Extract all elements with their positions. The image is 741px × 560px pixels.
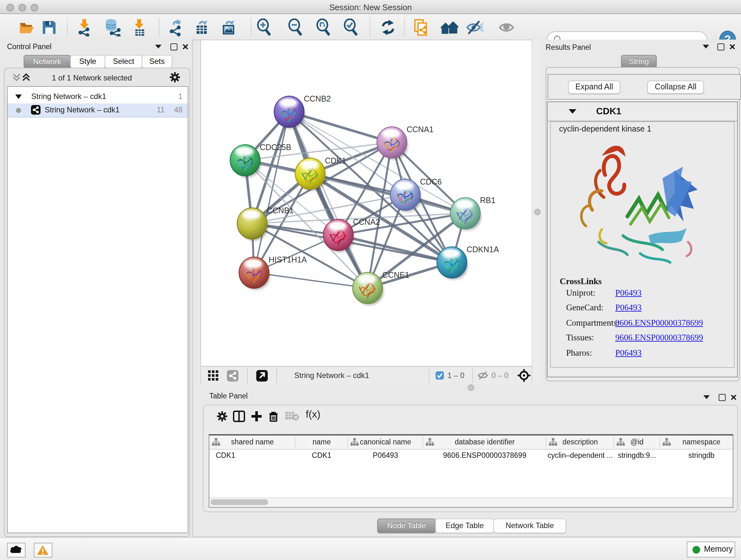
fit-crosshair-icon[interactable] bbox=[517, 368, 531, 385]
export-table-icon[interactable] bbox=[193, 18, 211, 37]
selected-checkbox[interactable] bbox=[435, 371, 444, 382]
cell-canonical-name[interactable]: P06493 bbox=[348, 451, 423, 459]
node-CDKN1A[interactable]: CDKN1A bbox=[437, 245, 499, 280]
export-image-icon[interactable] bbox=[220, 18, 238, 37]
table-tabs: Node Table Edge Table Network Table bbox=[193, 516, 741, 537]
zoom-out-icon[interactable] bbox=[286, 18, 305, 37]
cell-name[interactable]: CDK1 bbox=[295, 451, 348, 459]
home-view-icon[interactable] bbox=[441, 18, 458, 37]
crosslink-value-link[interactable]: 9606.ENSP00000378699 bbox=[615, 318, 703, 328]
gene-section-header[interactable]: CDK1 bbox=[548, 102, 737, 121]
collapse-gene-icon[interactable] bbox=[569, 109, 576, 113]
tab-node-table[interactable]: Node Table bbox=[377, 518, 436, 533]
cell-shared-name[interactable]: CDK1 bbox=[216, 451, 235, 459]
delete-column-icon[interactable] bbox=[268, 411, 279, 425]
edge-CCNE1-HIST1H1A[interactable] bbox=[254, 273, 367, 288]
expand-all-networks-icon[interactable] bbox=[22, 72, 30, 84]
network-node-count: 11 bbox=[157, 105, 165, 114]
node-HIST1H1A[interactable]: HIST1H1A bbox=[239, 255, 307, 290]
status-bar: Memory bbox=[0, 537, 741, 560]
float-panel-icon[interactable] bbox=[171, 44, 178, 51]
horizontal-splitter[interactable] bbox=[193, 384, 741, 391]
title-bar: Session: New Session bbox=[0, 0, 741, 14]
column-header-shared-name[interactable]: shared name bbox=[209, 435, 295, 449]
cell--id[interactable]: stringdb:9... bbox=[614, 451, 660, 459]
memory-button[interactable]: Memory bbox=[687, 542, 735, 557]
close-results-icon[interactable]: ✕ bbox=[729, 44, 736, 51]
network-view-icon[interactable] bbox=[226, 370, 239, 384]
export-network-icon[interactable] bbox=[167, 18, 185, 37]
node-RB1[interactable]: RB1 bbox=[450, 196, 495, 231]
refresh-icon[interactable] bbox=[379, 18, 397, 37]
expand-collection-icon[interactable] bbox=[15, 94, 22, 99]
show-columns-icon[interactable] bbox=[233, 411, 245, 425]
birdseye-view-icon[interactable] bbox=[256, 370, 268, 384]
node-label-CDKN1A: CDKN1A bbox=[467, 245, 499, 254]
column-header-canonical-name[interactable]: canonical name bbox=[348, 435, 423, 449]
cell-namespace[interactable]: stringdb bbox=[660, 451, 741, 459]
column-header--id[interactable]: @id bbox=[614, 435, 660, 449]
node-CCNE1[interactable]: CCNE1 bbox=[353, 270, 409, 305]
tab-network-table[interactable]: Network Table bbox=[493, 518, 566, 533]
zoom-selected-icon[interactable] bbox=[342, 18, 360, 37]
save-session-icon[interactable] bbox=[40, 18, 58, 37]
horizontal-splitter-handle[interactable] bbox=[468, 384, 474, 391]
column-header-name[interactable]: name bbox=[295, 435, 348, 449]
crosslink-value-link[interactable]: P06493 bbox=[615, 288, 642, 298]
crosslink-value-link[interactable]: 9606.ENSP00000378699 bbox=[615, 333, 703, 343]
import-network-icon[interactable] bbox=[76, 18, 94, 37]
edge-CCNB2-HIST1H1A[interactable] bbox=[254, 112, 289, 273]
results-panel-title: Results Panel bbox=[546, 44, 591, 51]
tab-string[interactable]: String bbox=[621, 55, 657, 68]
open-session-icon[interactable] bbox=[18, 18, 36, 37]
cell-description[interactable]: cyclin–dependent ... bbox=[546, 451, 614, 459]
cell-database-identifier[interactable]: 9606.ENSP00000378699 bbox=[423, 451, 546, 459]
network-icon bbox=[30, 105, 41, 117]
import-table-icon[interactable] bbox=[131, 18, 149, 37]
column-header-description[interactable]: description bbox=[546, 435, 614, 449]
warning-status-button[interactable] bbox=[34, 543, 52, 557]
crosslink-value-link[interactable]: P06493 bbox=[615, 303, 642, 313]
cloud-status-button[interactable] bbox=[7, 543, 25, 557]
clone-network-icon[interactable] bbox=[412, 18, 430, 37]
float-results-icon[interactable] bbox=[718, 44, 724, 51]
table-gear-icon[interactable] bbox=[216, 411, 228, 425]
collapse-table-icon[interactable] bbox=[703, 395, 710, 399]
network-row-selected[interactable]: String Network – cdk1 11 48 bbox=[8, 103, 188, 117]
node-CDC6[interactable]: CDC6 bbox=[390, 177, 442, 212]
collapse-all-networks-icon[interactable] bbox=[12, 72, 21, 84]
results-panel: Results Panel ✕ String Expand All Collap… bbox=[543, 40, 741, 384]
collapse-panel-icon[interactable] bbox=[155, 45, 161, 49]
tab-edge-table[interactable]: Edge Table bbox=[435, 518, 494, 533]
table-h-scrollbar-thumb[interactable] bbox=[211, 499, 268, 505]
tab-network[interactable]: Network bbox=[23, 55, 71, 68]
network-view-name: String Network – cdk1 bbox=[294, 371, 369, 380]
collapse-results-icon[interactable] bbox=[703, 45, 709, 49]
network-options-gear-icon[interactable] bbox=[169, 71, 181, 85]
zoom-in-icon[interactable] bbox=[255, 18, 273, 37]
network-collection-row[interactable]: String Network – cdk1 1 bbox=[8, 90, 188, 103]
grid-view-icon[interactable] bbox=[208, 370, 219, 384]
network-view-toolbar: String Network – cdk1 1 – 0 0 – 0 bbox=[200, 366, 532, 385]
column-header-namespace[interactable]: namespace bbox=[660, 435, 741, 449]
column-header-database-identifier[interactable]: database identifier bbox=[423, 435, 546, 449]
close-panel-icon[interactable]: ✕ bbox=[182, 44, 189, 51]
import-network-from-database-icon[interactable] bbox=[104, 18, 121, 37]
hide-selected-icon[interactable] bbox=[465, 18, 483, 37]
add-column-icon[interactable] bbox=[251, 411, 262, 425]
crosslink-value-link[interactable]: P06493 bbox=[615, 348, 642, 358]
zoom-fit-icon[interactable] bbox=[315, 18, 333, 37]
tab-sets[interactable]: Sets bbox=[142, 55, 172, 68]
vertical-splitter-handle[interactable] bbox=[534, 209, 541, 215]
node-label-RB1: RB1 bbox=[480, 196, 495, 205]
table-h-scrollbar[interactable] bbox=[209, 497, 733, 507]
tab-select[interactable]: Select bbox=[105, 55, 142, 68]
tab-style[interactable]: Style bbox=[70, 55, 105, 68]
collapse-all-button[interactable]: Collapse All bbox=[647, 80, 704, 94]
node-label-CCNE1: CCNE1 bbox=[382, 270, 409, 279]
close-table-icon[interactable]: ✕ bbox=[730, 394, 737, 401]
network-canvas[interactable]: CCNB2CCNA1CDC25BCDK1CDC6RB1CCNB1CCNA2CDK… bbox=[200, 40, 532, 367]
float-table-icon[interactable] bbox=[719, 394, 726, 401]
expand-all-button[interactable]: Expand All bbox=[568, 80, 620, 94]
crosslinks-section: CrossLinks Uniprot:P06493GeneCard:P06493… bbox=[560, 276, 602, 287]
